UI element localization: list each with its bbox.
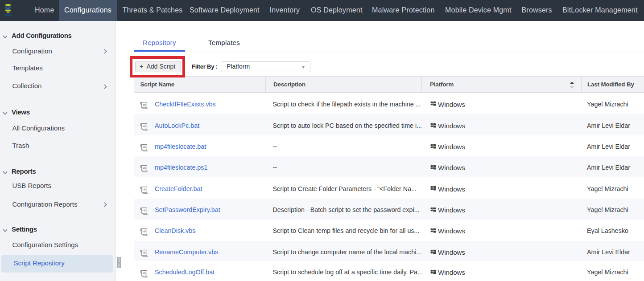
- svg-text:</>: </>: [142, 230, 146, 233]
- svg-text:</>: </>: [142, 251, 146, 254]
- svg-text:</>: </>: [142, 146, 146, 149]
- svg-text:</>: </>: [142, 209, 146, 212]
- svg-text:</>: </>: [142, 167, 146, 170]
- svg-text:</>: </>: [142, 188, 146, 191]
- svg-text:</>: </>: [142, 103, 146, 106]
- svg-text:</>: </>: [142, 125, 146, 128]
- svg-text:</>: </>: [142, 272, 146, 275]
